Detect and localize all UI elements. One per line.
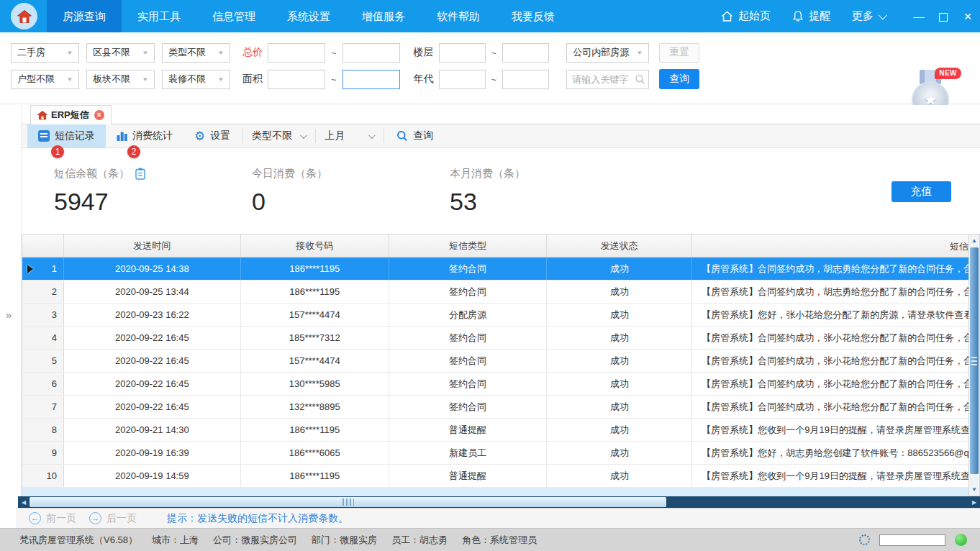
column-header-send-time[interactable]: 发送时间 [64,234,241,257]
vertical-scrollbar[interactable]: ▲ ▼ [968,234,980,496]
phone-cell: 130****5985 [241,373,389,395]
search-button[interactable]: 查询 [659,69,699,89]
block-select[interactable]: 板块不限▼ [86,70,155,89]
horizontal-scrollbar-thumb[interactable] [30,497,666,507]
area-max-input[interactable] [342,70,400,89]
scroll-down-icon[interactable]: ▼ [969,483,979,496]
bell-icon [792,10,804,22]
topbar-right: 起始页 提醒 更多 — × [721,0,980,32]
layout-select[interactable]: 户型不限▼ [11,70,79,89]
nav-value-added-services[interactable]: 增值服务 [346,0,421,32]
collapse-panel-button[interactable]: » [6,309,12,321]
scroll-left-icon[interactable]: ◀ [18,499,30,506]
table-row[interactable]: 6 2020-09-22 16:45 130****5985 签约合同 成功 【… [22,373,968,396]
area-min-input[interactable] [268,70,325,89]
scroll-up-icon[interactable]: ▲ [969,234,979,247]
table-row[interactable]: 9 2020-09-19 16:39 186****6065 新建员工 成功 【… [22,442,968,465]
settings-button[interactable]: ⚙ 设置 [183,124,241,148]
column-header-send-status[interactable]: 发送状态 [547,234,692,257]
tab-label: ERP短信 [51,109,89,122]
nav-listing-query[interactable]: 房源查询 [47,0,122,32]
annotation-badge-1: 1 [51,145,64,158]
next-page-button[interactable]: → 后一页 [89,512,137,525]
nav-tools[interactable]: 实用工具 [122,0,196,32]
prev-page-button[interactable]: ← 前一页 [29,512,76,525]
minimize-button[interactable]: — [907,0,931,32]
scroll-right-icon[interactable]: ▶ [968,499,980,506]
table-row[interactable]: 4 2020-09-22 16:45 185****7312 签约合同 成功 【… [22,327,968,350]
table-row[interactable]: 1 2020-09-25 14:38 186****1195 签约合同 成功 【… [22,258,968,281]
price-max-input[interactable] [342,43,400,63]
table-row[interactable]: 7 2020-09-22 16:45 132****8895 签约合同 成功 【… [22,396,968,419]
year-max-input[interactable] [502,70,549,89]
more-button[interactable]: 更多 [852,9,885,23]
column-header-sms-content[interactable]: 短信内容 [692,234,968,257]
month-consume-label: 本月消费（条） [450,167,525,181]
row-number-cell: 6 [22,373,64,395]
consume-stats-tab[interactable]: 消费统计 [106,124,183,148]
price-min-input[interactable] [268,43,325,63]
house-icon [37,111,47,120]
district-select[interactable]: 区县不限▼ [86,43,155,63]
send-status-cell: 成功 [547,258,692,280]
nav-info-management[interactable]: 信息管理 [196,0,271,32]
column-header-phone[interactable]: 接收号码 [241,234,389,257]
tab-close-icon[interactable]: × [94,110,104,120]
sms-records-tab[interactable]: 短信记录 [27,124,106,148]
sms-content-cell: 【房管系统】您收到一个9月19日的提醒，请登录房屋管理系统查看 [692,465,968,487]
filter-panel: 二手房▼ 区县不限▼ 类型不限▼ 总价 ~ 楼层 ~ 公司内部房源▼ 重置 户型… [0,32,980,104]
sms-content-cell: 【房管系统】合同签约成功，张小花给您分配了新的合同任务，合 [692,350,968,372]
home-page-button[interactable]: 起始页 [721,9,771,23]
row-number-cell: 3 [22,304,64,326]
send-time-cell: 2020-09-22 16:45 [64,396,241,418]
table-row[interactable]: 5 2020-09-22 16:45 157****4474 签约合同 成功 【… [22,350,968,373]
listing-type-select[interactable]: 二手房▼ [11,43,79,63]
query-button[interactable]: 查询 [386,124,444,148]
clipboard-icon[interactable] [135,168,145,180]
recharge-button[interactable]: 充值 [891,181,951,202]
row-number-cell: 1 [22,258,64,280]
phone-cell: 157****4474 [241,304,389,326]
bar-chart-icon [117,131,127,141]
floor-max-input[interactable] [502,43,549,63]
query-label: 查询 [413,129,433,142]
sms-type-select[interactable]: 类型不限 [245,124,314,148]
reset-button[interactable]: 重置 [659,43,699,63]
table-row[interactable]: 8 2020-09-21 14:30 186****1195 普通提醒 成功 【… [22,419,968,442]
decoration-select[interactable]: 装修不限▼ [162,70,230,89]
floor-min-input[interactable] [439,43,486,63]
year-min-input[interactable] [439,70,486,89]
send-time-cell: 2020-09-21 14:30 [64,419,241,441]
table-row[interactable]: 3 2020-09-23 16:22 157****4474 分配房源 成功 【… [22,304,968,327]
nav-feedback[interactable]: 我要反馈 [496,0,571,32]
today-consume-value: 0 [252,188,327,216]
column-header-sms-type[interactable]: 短信类型 [389,234,548,257]
sms-records-label: 短信记录 [55,129,95,142]
vertical-scrollbar-thumb[interactable] [970,247,979,474]
search-icon [396,130,408,142]
table-row[interactable]: 10 2020-09-19 14:59 186****1195 普通提醒 成功 … [22,465,968,488]
maximize-button[interactable] [931,0,956,32]
range-separator: ~ [331,74,337,85]
app-logo-icon[interactable] [11,3,37,29]
dropdown-arrow-icon: ▼ [142,50,149,56]
close-button[interactable]: × [956,0,980,32]
chevron-down-icon [300,132,307,139]
table-row[interactable]: 2 2020-09-25 13:44 186****1195 签约合同 成功 【… [22,281,968,304]
nav-system-settings[interactable]: 系统设置 [271,0,346,32]
internal-source-select[interactable]: 公司内部房源▼ [566,43,649,63]
selected-row-marker-icon [27,265,33,273]
sms-content-cell: 【房管系统】您收到一个9月19日的提醒，请登录房屋管理系统查看 [692,419,968,441]
sms-type-cell: 签约合同 [389,373,548,395]
dropdown-arrow-icon: ▼ [217,50,224,56]
reminder-button[interactable]: 提醒 [792,9,830,23]
row-number-cell: 2 [22,281,64,303]
type-select[interactable]: 类型不限▼ [162,43,230,63]
annotation-badge-2: 2 [127,145,140,158]
month-select[interactable]: 上月 [317,124,382,148]
send-status-cell: 成功 [547,327,692,349]
nav-software-help[interactable]: 软件帮助 [421,0,496,32]
month-consume-value: 53 [450,188,525,216]
tab-erp-sms[interactable]: ERP短信 × [30,105,112,124]
horizontal-scrollbar[interactable]: ◀ ▶ [18,496,980,508]
